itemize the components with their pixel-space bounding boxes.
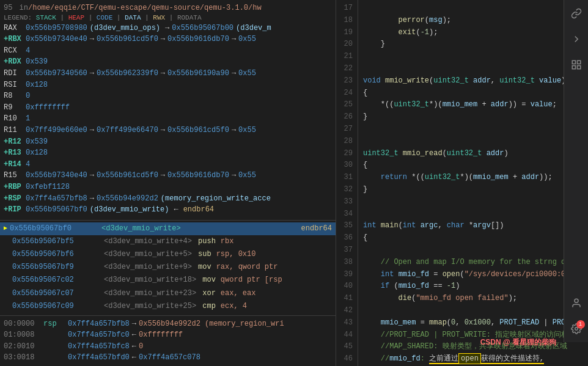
reg-rdx: +RDX 0x539: [4, 56, 332, 68]
reg-r14: +R14 4: [4, 159, 332, 170]
code-editor: 1718192021222324252627282930313233343536…: [336, 0, 588, 366]
person-icon[interactable]: [569, 296, 584, 310]
notification-badge: 1: [576, 320, 585, 329]
asm-line-5: 0x556b95067c07 <d3dev_mmio_write+23> xor…: [0, 287, 336, 300]
svg-point-4: [575, 299, 578, 302]
asm-line-1: 0x556b95067bf5 <d3dev_mmio_write+4> push…: [0, 235, 336, 248]
legend: LEGEND: STACK | HEAP | CODE | DATA | RWX…: [4, 14, 332, 21]
reg-rsp: +RSP 0x7ff4a657bfb8 → 0x556b94e992d2 (me…: [4, 193, 332, 205]
right-sidebar: 1: [564, 0, 588, 342]
code-content[interactable]: perror(msg); exit(-1); } void mmio_write…: [358, 0, 588, 366]
assembly-section: 0x556b95067bf0 <d3dev_mmio_write> endbr6…: [0, 222, 336, 315]
grid-icon[interactable]: [569, 57, 584, 72]
stack-0: 00:0000 rsp 0x7ff4a657bfb8 → 0x556b94e99…: [4, 318, 332, 330]
in-label: in: [15, 2, 28, 14]
reg-rbx: +RBX 0x556b97340e40 → 0x556b961cd5f0 → 0…: [4, 34, 332, 45]
stack-3: 03:0018 0x7ff4a657bfd0 ← 0x7ff4a657c078: [4, 352, 332, 364]
reg-r10: R10 1: [4, 113, 332, 125]
reg-r12: +R12 0x539: [4, 136, 332, 148]
svg-point-5: [575, 328, 578, 331]
debugger-panel: 95 in /home/eqqie/CTF/qemu-escape/qemu-s…: [0, 0, 336, 366]
reg-r9: R9 0xffffffff: [4, 102, 332, 114]
svg-rect-2: [577, 66, 580, 69]
svg-rect-3: [572, 66, 575, 69]
stack-1: 01:0008 0x7ff4a657bfc0 ← 0xffffffff: [4, 329, 332, 341]
reg-rsi: RSI 0x128: [4, 79, 332, 91]
link-icon[interactable]: [569, 6, 584, 21]
reg-r13: +R13 0x128: [4, 147, 332, 159]
arrow-icon[interactable]: [569, 32, 584, 46]
reg-rax: RAX 0x556b95708980 (d3dev_mmio_ops) → 0x…: [4, 23, 332, 34]
asm-line-2: 0x556b95067bf6 <d3dev_mmio_write+5> sub …: [0, 248, 336, 261]
reg-r15: R15 0x556b97340e40 → 0x556b961cd5f0 → 0x…: [4, 170, 332, 181]
asm-line-4: 0x556b95067c02 <d3dev_mmio_write+18> mov…: [0, 274, 336, 287]
svg-rect-1: [577, 60, 580, 64]
reg-r8: R8 0: [4, 90, 332, 102]
gear-icon[interactable]: 1: [569, 321, 584, 336]
reg-rbp: +RBP 0xfebf1128: [4, 181, 332, 193]
source-path: /home/eqqie/CTF/qemu-escape/qemu-source/…: [28, 2, 262, 14]
watermark: CSDN @ 看星狸的柴狗: [480, 337, 556, 348]
asm-current: 0x556b95067bf0 <d3dev_mmio_write> endbr6…: [0, 222, 336, 235]
svg-rect-0: [572, 60, 575, 64]
asm-line-3: 0x556b95067bf9 <d3dev_mmio_write+9> mov …: [0, 261, 336, 274]
source-line: 95 in /home/eqqie/CTF/qemu-escape/qemu-s…: [4, 2, 332, 14]
code-panel: 1718192021222324252627282930313233343536…: [336, 0, 588, 366]
stack-2: 02:0010 0x7ff4a657bfc8 ← 0: [4, 341, 332, 353]
asm-line-6: 0x556b95067c09 <d3dev_mmio_write+25> cmp…: [0, 300, 336, 313]
reg-rdi: RDI 0x556b97340560 → 0x556b962339f0 → 0x…: [4, 68, 332, 79]
line-number: 95: [4, 2, 12, 14]
reg-rip: +RIP 0x556b95067bf0 (d3dev_mmio_write) ←…: [4, 204, 332, 216]
registers-section: 95 in /home/eqqie/CTF/qemu-escape/qemu-s…: [0, 0, 336, 218]
stack-section: 00:0000 rsp 0x7ff4a657bfb8 → 0x556b94e99…: [0, 315, 336, 366]
reg-rcx: RCX 4: [4, 45, 332, 57]
line-numbers: 1718192021222324252627282930313233343536…: [336, 0, 358, 366]
reg-r11: R11 0x7ff499e660e0 → 0x7ff499e66470 → 0x…: [4, 125, 332, 136]
